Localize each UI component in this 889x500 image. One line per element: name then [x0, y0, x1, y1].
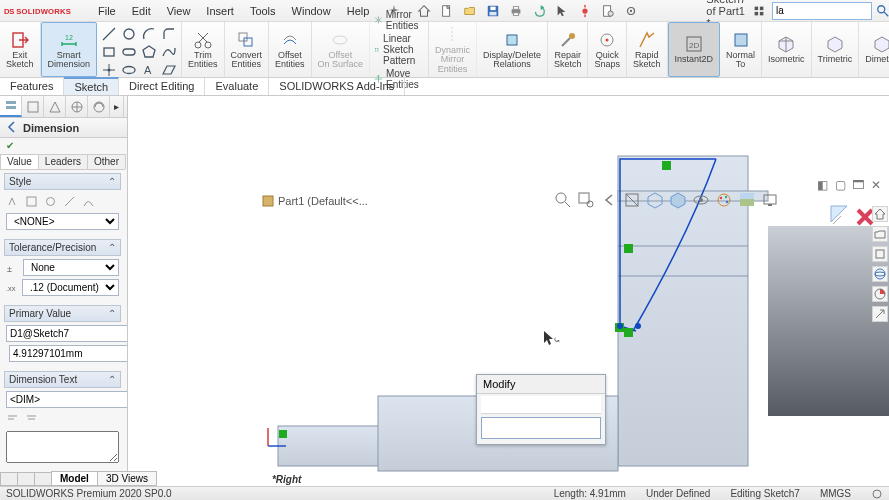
tab-model[interactable]: Model: [51, 471, 98, 486]
fillet-tool-icon[interactable]: [161, 26, 177, 42]
arc-icon[interactable]: [141, 26, 157, 42]
menu-help[interactable]: Help: [341, 3, 376, 19]
modify-field-1[interactable]: [481, 396, 601, 414]
smart-dimension-button[interactable]: 12 Smart Dimension: [41, 22, 98, 77]
isometric-button[interactable]: Isometric: [762, 22, 812, 77]
doc-close-icon[interactable]: ✕: [869, 178, 883, 192]
rectangle-icon[interactable]: [101, 44, 117, 60]
menu-window[interactable]: Window: [286, 3, 337, 19]
confirm-corner-flag-icon[interactable]: [829, 204, 855, 232]
expand-tab[interactable]: ▸: [110, 96, 124, 117]
rt-piechart-icon[interactable]: [872, 286, 888, 302]
style-select[interactable]: <NONE>: [6, 213, 119, 230]
linear-pattern-button[interactable]: Linear Sketch Pattern: [374, 33, 424, 66]
dim-tab[interactable]: [66, 96, 88, 117]
breadcrumb-text[interactable]: Part1 (Default<<...: [278, 195, 368, 207]
open-icon[interactable]: [459, 2, 481, 20]
rebuild-icon[interactable]: [574, 2, 596, 20]
plane-icon[interactable]: [161, 62, 177, 78]
tab-sketch[interactable]: Sketch: [64, 77, 119, 95]
zoom-fit-icon[interactable]: [554, 191, 572, 209]
search-input[interactable]: la: [772, 2, 872, 20]
subtab-value[interactable]: Value: [0, 154, 39, 169]
search-icon[interactable]: [876, 4, 889, 18]
slot-icon[interactable]: [121, 44, 137, 60]
display-style-icon[interactable]: [669, 191, 687, 209]
polygon-icon[interactable]: [141, 44, 157, 60]
fm-tree-tab[interactable]: [0, 96, 22, 117]
ok-check-icon[interactable]: ✔: [6, 140, 14, 151]
trim-entities-button[interactable]: Trim Entities: [182, 22, 225, 77]
tolerance-select[interactable]: None: [23, 259, 119, 276]
subtab-leaders[interactable]: Leaders: [38, 154, 88, 169]
exit-sketch-button[interactable]: Exit Sketch: [0, 22, 41, 77]
trimetric-button[interactable]: Trimetric: [812, 22, 860, 77]
save-icon[interactable]: [482, 2, 504, 20]
section-view-icon[interactable]: [623, 191, 641, 209]
modify-input[interactable]: [481, 417, 601, 439]
scene-icon[interactable]: [738, 191, 756, 209]
select-arrow-icon[interactable]: [551, 2, 573, 20]
appearance-tab[interactable]: [88, 96, 110, 117]
dim-name-input[interactable]: [6, 325, 127, 342]
instant2d-button[interactable]: 2D Instant2D: [668, 22, 721, 77]
sketch-entities-grid[interactable]: A: [97, 22, 182, 77]
menu-tools[interactable]: Tools: [244, 3, 282, 19]
appearance-icon[interactable]: [715, 191, 733, 209]
dimtext-extra[interactable]: [6, 431, 119, 463]
back-arrow-icon[interactable]: [5, 120, 19, 136]
tab-features[interactable]: Features: [0, 78, 64, 95]
property-tab[interactable]: [44, 96, 66, 117]
tab-evaluate[interactable]: Evaluate: [205, 78, 269, 95]
new-doc-icon[interactable]: [436, 2, 458, 20]
thumb1[interactable]: [0, 472, 18, 486]
menu-file[interactable]: File: [92, 3, 122, 19]
doc-restore-icon[interactable]: ▢: [833, 178, 847, 192]
print-icon[interactable]: [505, 2, 527, 20]
menu-edit[interactable]: Edit: [126, 3, 157, 19]
dim-value-input[interactable]: [9, 345, 127, 362]
doc-settings-icon[interactable]: [597, 2, 619, 20]
rt-clip-icon[interactable]: [872, 246, 888, 262]
quick-snaps-button[interactable]: Quick Snaps: [588, 22, 627, 77]
display-relations-button[interactable]: Display/Delete Relations: [477, 22, 548, 77]
rt-home-icon[interactable]: [872, 206, 888, 222]
rt-globe-icon[interactable]: [872, 266, 888, 282]
rt-folder-icon[interactable]: [872, 226, 888, 242]
tab-direct-editing[interactable]: Direct Editing: [119, 78, 205, 95]
line-icon[interactable]: [101, 26, 117, 42]
tab-3dviews[interactable]: 3D Views: [97, 471, 157, 486]
point-icon[interactable]: [101, 62, 117, 78]
tab-addins[interactable]: SOLIDWORKS Add-Ins: [269, 78, 405, 95]
doc-max-icon[interactable]: 🗖: [851, 178, 865, 192]
settings-view-icon[interactable]: [761, 191, 779, 209]
menu-insert[interactable]: Insert: [200, 3, 240, 19]
style-icons[interactable]: [6, 193, 119, 210]
convert-entities-button[interactable]: Convert Entities: [225, 22, 270, 77]
spline-icon[interactable]: [161, 44, 177, 60]
config-tab[interactable]: [22, 96, 44, 117]
offset-entities-button[interactable]: Offset Entities: [269, 22, 312, 77]
thumb2[interactable]: [17, 472, 35, 486]
thumb3[interactable]: [34, 472, 52, 486]
options-gear-icon[interactable]: [620, 2, 642, 20]
modify-dialog[interactable]: Modify: [476, 374, 606, 445]
rt-arrow-icon[interactable]: [872, 306, 888, 322]
prev-view-icon[interactable]: [600, 191, 618, 209]
undo-icon[interactable]: [528, 2, 550, 20]
dimetric-button[interactable]: Dimetric: [859, 22, 889, 77]
precision-select[interactable]: .12 (Document): [22, 279, 119, 296]
circle-icon[interactable]: [121, 26, 137, 42]
mirror-entities-button[interactable]: Mirror Entities: [374, 9, 424, 31]
zoom-area-icon[interactable]: [577, 191, 595, 209]
status-gear-icon[interactable]: [871, 488, 883, 500]
hide-show-icon[interactable]: [692, 191, 710, 209]
normal-to-button[interactable]: Normal To: [720, 22, 762, 77]
command-search-icon[interactable]: [750, 2, 768, 20]
view-orient-icon[interactable]: [646, 191, 664, 209]
rapid-sketch-button[interactable]: Rapid Sketch: [627, 22, 668, 77]
dimtext-align-icons[interactable]: [6, 411, 119, 428]
repair-sketch-button[interactable]: Repair Sketch: [548, 22, 589, 77]
text-icon[interactable]: A: [141, 62, 157, 78]
dimtext-input[interactable]: [6, 391, 127, 408]
